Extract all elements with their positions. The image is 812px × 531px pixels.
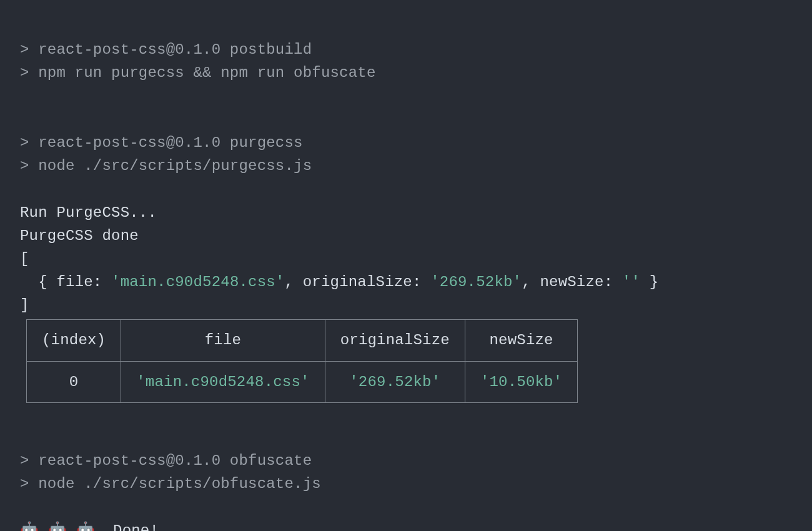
- th-newsize: newSize: [465, 320, 577, 361]
- comma2: ,: [522, 274, 540, 290]
- terminal-output: > react-post-css@0.1.0 postbuild > npm r…: [0, 0, 812, 531]
- log-run-purgecss: Run PurgeCSS...: [20, 204, 157, 221]
- obj-suffix: }: [640, 274, 658, 290]
- purgecss-result-table: (index) file originalSize newSize 0 'mai…: [26, 319, 578, 402]
- done-text: Done!: [104, 522, 159, 531]
- th-file: file: [121, 320, 325, 361]
- td-index: 0: [27, 361, 121, 402]
- script-header-postbuild: > react-post-css@0.1.0 postbuild: [20, 41, 312, 58]
- robot-icon: 🤖: [76, 522, 95, 531]
- td-newsize: '10.50kb': [465, 361, 577, 402]
- val-originalsize: '269.52kb': [430, 274, 522, 290]
- object-line: { file: 'main.c90d5248.css', originalSiz…: [20, 274, 658, 290]
- array-bracket-close: ]: [20, 297, 29, 314]
- script-cmd-obfuscate: > node ./src/scripts/obfuscate.js: [20, 475, 321, 492]
- td-originalsize: '269.52kb': [325, 361, 465, 402]
- script-header-obfuscate: > react-post-css@0.1.0 obfuscate: [20, 452, 312, 469]
- robot-icon: 🤖: [20, 522, 39, 531]
- script-cmd-postbuild: > npm run purgecss && npm run obfuscate: [20, 64, 376, 81]
- td-file: 'main.c90d5248.css': [121, 361, 325, 402]
- script-cmd-purgecss: > node ./src/scripts/purgecss.js: [20, 157, 312, 174]
- array-bracket-open: [: [20, 251, 29, 267]
- key-originalsize: originalSize:: [303, 274, 422, 290]
- val-newsize: '': [622, 274, 640, 290]
- key-file: file:: [56, 274, 102, 290]
- val-file: 'main.c90d5248.css': [111, 274, 284, 290]
- obj-prefix: {: [20, 274, 56, 290]
- robot-icon: 🤖: [48, 522, 67, 531]
- script-header-purgecss: > react-post-css@0.1.0 purgecss: [20, 134, 303, 151]
- th-index: (index): [27, 320, 121, 361]
- key-newsize: newSize:: [540, 274, 613, 290]
- table-header-row: (index) file originalSize newSize: [27, 320, 578, 361]
- th-originalsize: originalSize: [325, 320, 465, 361]
- comma1: ,: [285, 274, 303, 290]
- log-purgecss-done: PurgeCSS done: [20, 227, 139, 244]
- table-row: 0 'main.c90d5248.css' '269.52kb' '10.50k…: [27, 361, 578, 402]
